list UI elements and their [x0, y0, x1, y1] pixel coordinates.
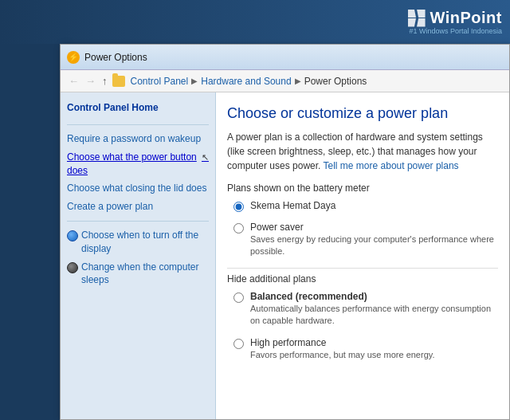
sidebar-item-closing-lid[interactable]: Choose what closing the lid does: [67, 181, 209, 196]
plan-item-power-saver: Power saver Saves energy by reducing you…: [233, 222, 498, 258]
computer-sleeps-icon: [67, 262, 78, 273]
plan-power-saver-desc: Saves energy by reducing your computer's…: [250, 234, 498, 258]
plan-skema-name: Skema Hemat Daya: [250, 200, 335, 211]
breadcrumb: Control Panel ▶ Hardware and Sound ▶ Pow…: [131, 76, 367, 87]
turn-off-display-icon: [67, 230, 78, 241]
sidebar-divider-2: [67, 221, 209, 222]
winpoint-brand: WinPoint #1 Windows Portal Indonesia: [408, 9, 502, 35]
sidebar-item-turn-off-display[interactable]: Choose when to turn off the display: [67, 228, 209, 257]
plan-radio-skema[interactable]: [233, 202, 244, 212]
sidebar-item-create-plan[interactable]: Create a power plan: [67, 199, 209, 214]
breadcrumb-hardware[interactable]: Hardware and Sound: [201, 76, 291, 87]
require-password-label: Require a password on wakeup: [67, 132, 201, 146]
win-icon-cell-2: [417, 10, 426, 18]
learn-more-link[interactable]: Tell me more about power plans: [324, 160, 459, 171]
page-description: A power plan is a collection of hardware…: [227, 130, 498, 173]
address-bar: ← → ↑ Control Panel ▶ Hardware and Sound…: [61, 70, 509, 92]
cursor-icon: ↖: [202, 151, 209, 163]
page-title: Choose or customize a power plan: [227, 105, 498, 122]
content-area: Control Panel Home Require a password on…: [61, 92, 509, 419]
plan-high-performance-name: High performance: [250, 337, 435, 348]
closing-lid-label: Choose what closing the lid does: [67, 182, 206, 195]
computer-sleeps-label: Change when the computer sleeps: [81, 261, 209, 288]
breadcrumb-sep-2: ▶: [295, 77, 301, 85]
back-button[interactable]: ←: [67, 75, 80, 87]
breadcrumb-sep-1: ▶: [191, 77, 198, 85]
plan-radio-balanced[interactable]: [233, 292, 244, 303]
top-background: WinPoint #1 Windows Portal Indonesia: [0, 0, 510, 44]
sidebar-divider: [67, 124, 209, 125]
additional-plans-header: Hide additional plans: [227, 268, 498, 285]
window-title: Power Options: [84, 52, 147, 63]
plan-high-performance-desc: Favors performance, but may use more ene…: [250, 349, 435, 361]
plan-item-high-performance: High performance Favors performance, but…: [233, 337, 498, 361]
breadcrumb-control-panel[interactable]: Control Panel: [131, 76, 189, 87]
sidebar-item-require-password[interactable]: Require a password on wakeup: [67, 131, 209, 147]
title-bar: ⚡ Power Options: [61, 45, 509, 70]
win-icon-cell-3: [408, 18, 417, 27]
create-plan-label: Create a power plan: [67, 200, 153, 214]
win-icon-cell-4: [417, 18, 426, 27]
window-icon: ⚡: [67, 51, 80, 64]
power-options-window: ⚡ Power Options ← → ↑ Control Panel ▶ Ha…: [60, 44, 510, 420]
sidebar-item-power-button[interactable]: Choose what the power button does ↖: [67, 150, 209, 179]
plan-radio-power-saver[interactable]: [233, 223, 244, 234]
winpoint-tagline: #1 Windows Portal Indonesia: [409, 27, 502, 35]
plan-radio-high-performance[interactable]: [233, 339, 244, 349]
plan-power-saver-details: Power saver Saves energy by reducing you…: [250, 222, 498, 258]
up-button[interactable]: ↑: [100, 75, 109, 87]
plan-balanced-details: Balanced (recommended) Automatically bal…: [250, 291, 498, 328]
additional-plans-list: Balanced (recommended) Automatically bal…: [233, 291, 498, 361]
battery-plans-list: Skema Hemat Daya Power saver Saves energ…: [233, 200, 498, 258]
folder-icon: [112, 76, 125, 87]
plan-skema-details: Skema Hemat Daya: [250, 200, 335, 211]
power-button-label: Choose what the power button does: [67, 151, 198, 178]
plan-high-performance-details: High performance Favors performance, but…: [250, 337, 435, 361]
breadcrumb-current: Power Options: [304, 76, 367, 87]
sidebar-item-computer-sleeps[interactable]: Change when the computer sleeps: [67, 260, 209, 289]
main-content: Choose or customize a power plan A power…: [216, 92, 509, 419]
winpoint-logo-row: WinPoint: [408, 9, 502, 27]
turn-off-display-label: Choose when to turn off the display: [81, 229, 209, 256]
winpoint-name: WinPoint: [430, 9, 502, 27]
plan-power-saver-name: Power saver: [250, 222, 498, 233]
windows-icon: [408, 10, 426, 27]
win-icon-cell-1: [408, 10, 417, 18]
battery-plans-header: Plans shown on the battery meter: [227, 183, 498, 194]
plan-item-balanced: Balanced (recommended) Automatically bal…: [233, 291, 498, 328]
sidebar: Control Panel Home Require a password on…: [61, 92, 216, 419]
plan-item-skema: Skema Hemat Daya: [233, 200, 498, 212]
plan-balanced-name: Balanced (recommended): [250, 291, 498, 302]
additional-plans-section: Hide additional plans Balanced (recommen…: [227, 268, 498, 361]
sidebar-heading[interactable]: Control Panel Home: [67, 102, 209, 113]
plan-balanced-desc: Automatically balances performance with …: [250, 303, 498, 328]
forward-button[interactable]: →: [84, 75, 97, 87]
